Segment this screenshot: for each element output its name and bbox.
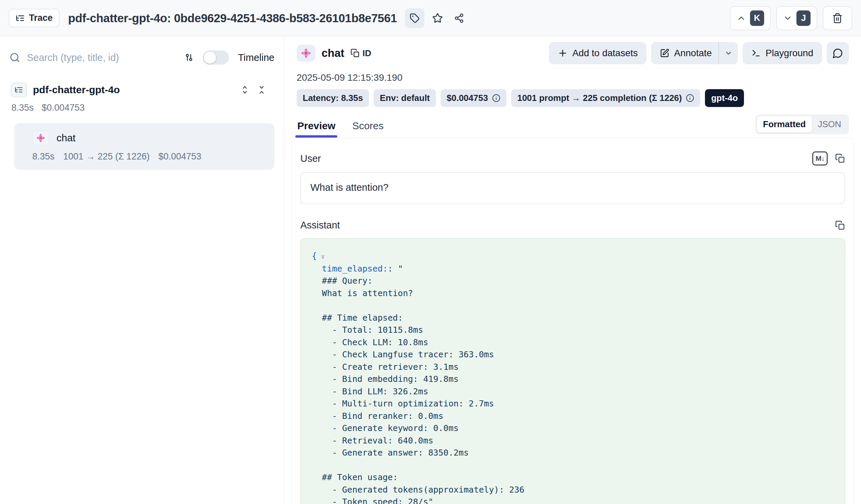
cost-badge[interactable]: $0.004753 <box>441 89 506 107</box>
plus-icon <box>558 48 568 58</box>
playground-button[interactable]: Playground <box>743 42 822 64</box>
assistant-section-label: Assistant <box>300 220 340 231</box>
observation-header: chat ID Add to datasets A <box>297 42 849 64</box>
list-tree-icon <box>15 13 25 23</box>
trace-tree: pdf-chatter-gpt-4o 8.35s $0.004753 <box>10 82 274 170</box>
playground-label: Playground <box>765 48 813 58</box>
observation-panel: chat ID Add to datasets A <box>285 37 861 504</box>
copy-icon <box>351 49 360 58</box>
collapse-all-button[interactable] <box>257 85 266 95</box>
chat-latency: 8.35s <box>32 151 54 162</box>
page-title: pdf-chatter-gpt-4o: 0bde9629-4251-4386-b… <box>68 11 397 25</box>
tabs: Preview Scores <box>297 120 384 138</box>
user-section-header: User M↓ <box>300 151 845 165</box>
tab-preview[interactable]: Preview <box>297 120 336 138</box>
observation-actions: Add to datasets Annotate <box>549 42 849 64</box>
sliders-icon <box>184 53 194 63</box>
tree-search-row: Timeline <box>10 47 274 68</box>
assistant-code-content: { ∨ time_elapsed:: " ### Query: What is … <box>312 250 838 504</box>
annotate-dropdown-button[interactable] <box>719 42 738 64</box>
message-bubble-icon <box>832 48 843 58</box>
observation-title: chat <box>322 47 344 59</box>
tag-button[interactable] <box>405 9 424 28</box>
trace-latency: 8.35s <box>11 103 33 113</box>
tree-node-chat[interactable]: chat 8.35s 1001 → 225 (Σ 1226) $0.004753 <box>14 123 274 170</box>
delete-trace-button[interactable] <box>823 6 852 30</box>
latency-badge-label: Latency: 8.35s <box>303 93 363 103</box>
format-toggle: Formatted JSON <box>755 114 849 134</box>
format-toggle-formatted[interactable]: Formatted <box>757 116 812 133</box>
info-icon <box>492 94 501 102</box>
observation-timestamp: 2025-05-09 12:15:39.190 <box>297 72 849 83</box>
timeline-toggle-label: Timeline <box>238 52 274 63</box>
copy-icon <box>835 153 845 164</box>
chevron-down-icon <box>783 13 792 23</box>
list-tree-icon <box>14 85 23 94</box>
generation-icon <box>301 48 312 58</box>
chat-cost: $0.004753 <box>159 151 202 162</box>
trace-node-title: pdf-chatter-gpt-4o <box>33 84 120 96</box>
model-badge[interactable]: gpt-4o <box>705 89 743 107</box>
generation-badge <box>297 45 315 62</box>
trace-node-stats: 8.35s $0.004753 <box>11 103 274 113</box>
comments-button[interactable] <box>827 42 849 64</box>
format-toggle-json[interactable]: JSON <box>812 116 847 133</box>
add-to-datasets-label: Add to datasets <box>572 48 638 58</box>
annotate-label: Annotate <box>674 48 712 58</box>
trace-node-badge <box>11 82 27 97</box>
top-bar: Trace pdf-chatter-gpt-4o: 0bde9629-4251-… <box>0 0 861 36</box>
add-to-datasets-button[interactable]: Add to datasets <box>549 42 647 64</box>
env-badge-label: Env: default <box>380 93 430 103</box>
id-label: ID <box>363 48 371 58</box>
chevron-down-icon <box>724 49 733 57</box>
latency-badge: Latency: 8.35s <box>297 89 369 107</box>
generation-badge <box>32 131 49 145</box>
trace-tree-sidebar: Timeline pdf-chatter-gpt-4o <box>0 37 284 504</box>
fold-vertical-icon <box>257 85 266 95</box>
keyboard-shortcut-k: K <box>750 11 764 26</box>
share-button[interactable] <box>449 9 469 28</box>
copy-user-content-button[interactable] <box>835 153 845 164</box>
tree-node-trace[interactable]: pdf-chatter-gpt-4o <box>10 82 274 97</box>
view-options-button[interactable] <box>184 53 194 63</box>
tab-scores[interactable]: Scores <box>352 120 384 138</box>
copy-id-button[interactable]: ID <box>351 48 371 58</box>
share-icon <box>454 13 464 23</box>
env-badge: Env: default <box>374 89 436 107</box>
tabs-row: Preview Scores Formatted JSON <box>297 114 849 138</box>
chevron-up-icon <box>737 13 746 23</box>
chat-token-usage: 1001 → 225 (Σ 1226) <box>63 151 150 162</box>
expand-all-button[interactable] <box>240 85 249 95</box>
timeline-toggle[interactable] <box>203 51 229 65</box>
preview-content-panel: User M↓ What is attention? Assistant <box>291 138 854 504</box>
model-badge-label: gpt-4o <box>711 93 738 103</box>
keyboard-shortcut-j: J <box>796 11 810 26</box>
unfold-vertical-icon <box>240 85 249 95</box>
nav-next-button[interactable]: J <box>776 6 817 30</box>
trace-cost: $0.004753 <box>42 103 85 113</box>
star-icon <box>432 13 443 24</box>
trace-type-badge: Trace <box>9 9 59 27</box>
top-bar-actions: K J <box>730 6 852 30</box>
copy-assistant-content-button[interactable] <box>835 220 845 230</box>
token-usage-label: 1001 prompt → 225 completion (Σ 1226) <box>517 93 682 103</box>
edit-icon <box>660 49 669 58</box>
annotate-button[interactable]: Annotate <box>651 42 719 64</box>
search-icon <box>10 52 20 63</box>
trash-icon <box>832 13 843 24</box>
search-input-wrap <box>10 52 175 63</box>
token-usage-badge[interactable]: 1001 prompt → 225 completion (Σ 1226) <box>511 89 700 107</box>
search-input[interactable] <box>27 52 175 63</box>
chat-node-title: chat <box>56 132 76 144</box>
info-icon <box>686 94 694 102</box>
tag-icon <box>410 13 420 23</box>
tree-actions <box>240 85 266 95</box>
terminal-icon <box>751 49 761 58</box>
toggle-knob <box>204 52 216 64</box>
nav-previous-button[interactable]: K <box>730 6 771 30</box>
generation-icon <box>36 133 45 142</box>
bookmark-star-button[interactable] <box>428 9 447 28</box>
assistant-section-header: Assistant <box>300 220 845 231</box>
markdown-toggle-icon[interactable]: M↓ <box>812 151 828 165</box>
user-message-box: What is attention? <box>300 172 845 204</box>
